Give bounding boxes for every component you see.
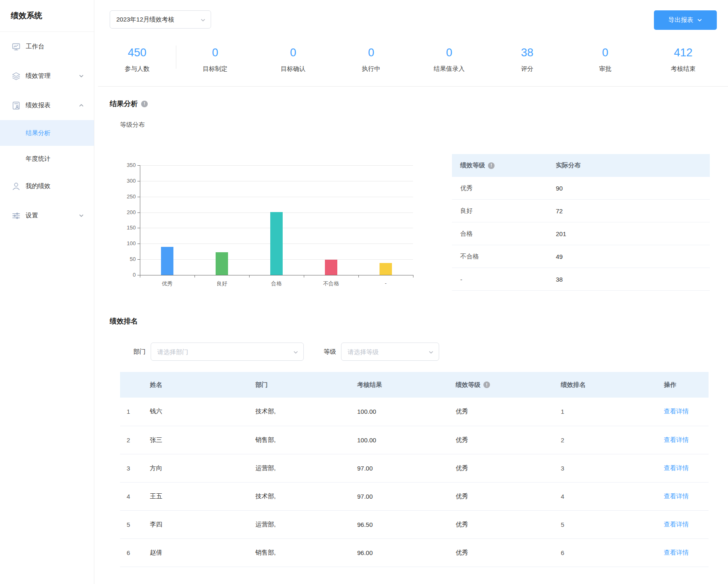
stat-goal-confirmation: 0 目标确认 (254, 45, 332, 77)
employee-name: 方向 (143, 454, 249, 482)
stat-value: 0 (254, 46, 332, 59)
stat-label: 评分 (488, 65, 567, 73)
assessment-score: 100.00 (351, 426, 449, 454)
stat-in-progress: 0 执行中 (332, 45, 411, 77)
view-detail-link[interactable]: 查看详情 (664, 492, 689, 500)
view-detail-link[interactable]: 查看详情 (664, 408, 689, 415)
row-index: 2 (120, 426, 143, 454)
employee-dept: 技术部, (249, 398, 351, 426)
view-detail-link[interactable]: 查看详情 (664, 521, 689, 528)
view-detail-link[interactable]: 查看详情 (664, 436, 689, 443)
ranking-table: 姓名 部门 考核结果 绩效等级 ! 绩效排名 操作 1 钱六 (120, 372, 709, 567)
view-detail-link[interactable]: 查看详情 (664, 464, 689, 471)
info-icon[interactable]: ! (488, 162, 495, 169)
chevron-down-icon (697, 17, 702, 23)
grade-count: 201 (556, 230, 566, 237)
chart-bar-1 (161, 247, 173, 275)
performance-grade: 优秀 (449, 454, 554, 482)
stat-goal-setting: 0 目标制定 (176, 45, 255, 77)
y-axis-label: 350 (122, 162, 136, 168)
distribution-grade-header: 绩效等级 (460, 162, 485, 169)
sidebar-item-performance-reports[interactable]: 绩效报表 (0, 91, 94, 120)
stat-label: 考核结束 (644, 65, 723, 73)
y-axis-label: 250 (122, 193, 136, 200)
stat-assessment-finished: 412 考核结束 (644, 45, 723, 77)
distribution-table: 绩效等级 ! 实际分布 优秀 90 良好 72 合格 201 (452, 154, 710, 291)
row-index: 1 (120, 398, 143, 426)
analysis-row: 050100150200250300350优秀良好合格不合格- 绩效等级 ! 实… (94, 141, 728, 291)
assessment-score: 97.00 (351, 482, 449, 510)
name-header: 姓名 (143, 372, 249, 398)
table-row: 5 李四 运营部, 96.50 优秀 5 查看详情 (120, 510, 709, 538)
layers-icon (12, 72, 21, 81)
x-axis-label: - (358, 280, 413, 286)
assessment-cycle-select[interactable] (110, 10, 211, 29)
topbar: 导出报表 (94, 0, 728, 30)
sidebar-subitem-annual-statistics[interactable]: 年度统计 (0, 146, 94, 171)
performance-grade: 优秀 (449, 482, 554, 510)
performance-grade: 优秀 (449, 398, 554, 426)
x-axis-tick (249, 275, 250, 278)
y-axis-label: 100 (122, 240, 136, 246)
chart-bar-4 (325, 260, 337, 275)
x-axis-label: 良好 (195, 280, 249, 287)
grade-distribution-subtitle: 等级分布 (120, 121, 728, 129)
y-axis-label: 150 (122, 224, 136, 231)
stat-label: 目标确认 (254, 65, 332, 73)
stat-label: 结果值录入 (410, 65, 488, 73)
distribution-row: 优秀 90 (452, 177, 710, 200)
employee-name: 王五 (143, 482, 249, 510)
stat-label: 审批 (566, 65, 644, 73)
sidebar-item-performance-management[interactable]: 绩效管理 (0, 61, 94, 91)
grade-label: 不合格 (452, 253, 556, 261)
grade-filter-select[interactable] (341, 343, 439, 361)
stat-value: 0 (566, 46, 644, 59)
sliders-icon (12, 211, 21, 220)
grade-header: 绩效等级 ! (449, 372, 554, 398)
table-row: 6 赵倩 销售部, 96.00 优秀 6 查看详情 (120, 538, 709, 567)
chart-gridline (140, 165, 413, 166)
sidebar-subitem-result-analysis[interactable]: 结果分析 (0, 120, 94, 146)
info-icon[interactable]: ! (141, 101, 148, 107)
employee-dept: 运营部, (249, 454, 351, 482)
dept-filter-input (157, 348, 289, 355)
stat-value: 38 (488, 46, 567, 59)
x-axis-line (140, 275, 413, 275)
sidebar-item-workbench[interactable]: 工作台 (0, 32, 94, 61)
export-report-button[interactable]: 导出报表 (654, 10, 717, 30)
x-axis-label: 合格 (249, 280, 304, 287)
sidebar-item-my-performance[interactable]: 我的绩效 (0, 171, 94, 201)
x-axis-label: 不合格 (304, 280, 358, 287)
table-row: 4 王五 技术部, 97.00 优秀 4 查看详情 (120, 482, 709, 510)
sidebar-item-label: 绩效管理 (26, 72, 79, 80)
performance-rank: 2 (554, 426, 657, 454)
chart-gridline (140, 181, 413, 181)
view-detail-link[interactable]: 查看详情 (664, 549, 689, 556)
dashboard-icon (12, 42, 21, 51)
y-axis-label: 0 (122, 272, 136, 278)
assessment-score: 96.50 (351, 510, 449, 538)
section-title: 结果分析 (110, 99, 138, 109)
sidebar: 绩效系统 工作台 绩效管理 (0, 0, 94, 584)
dept-filter-select[interactable] (151, 343, 304, 361)
x-axis-tick (358, 275, 359, 278)
user-icon (12, 182, 21, 191)
stat-label: 执行中 (332, 65, 411, 73)
y-axis-label: 300 (122, 178, 136, 184)
employee-dept: 销售部, (249, 538, 351, 567)
employee-dept: 技术部, (249, 482, 351, 510)
row-index: 6 (120, 538, 143, 567)
ranking-section-title: 绩效排名 (110, 316, 728, 326)
table-row: 1 钱六 技术部, 100.00 优秀 1 查看详情 (120, 398, 709, 426)
performance-rank: 4 (554, 482, 657, 510)
sidebar-item-settings[interactable]: 设置 (0, 201, 94, 230)
y-axis-label: 200 (122, 209, 136, 215)
score-header: 考核结果 (351, 372, 449, 398)
chevron-down-icon (79, 213, 84, 218)
info-icon[interactable]: ! (483, 381, 490, 388)
stat-value: 450 (98, 46, 176, 59)
chevron-down-icon (79, 73, 84, 79)
rank-index-header (120, 372, 143, 398)
stat-value: 0 (410, 46, 488, 59)
row-index: 3 (120, 454, 143, 482)
